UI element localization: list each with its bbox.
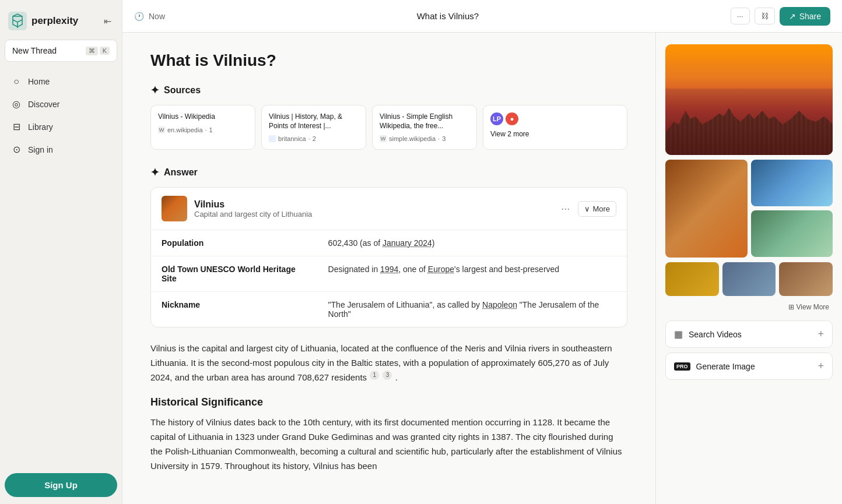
header-actions: ··· ⛓ ↗ Share: [731, 7, 830, 26]
answer-heading: ✦ Answer: [150, 166, 627, 179]
video-icon: ▦: [674, 329, 683, 340]
sidebar-item-label: Sign in: [28, 145, 53, 154]
city-image-6[interactable]: [779, 262, 833, 296]
search-videos-label: Search Videos: [689, 330, 742, 339]
expand-button[interactable]: ∨ More: [578, 201, 616, 217]
share-button[interactable]: ↗ Share: [780, 7, 830, 26]
source-avatars: LP ●: [490, 112, 518, 125]
sidebar-item-discover[interactable]: ◎ Discover: [5, 93, 117, 115]
info-label: Population: [151, 230, 318, 256]
answer-card: Vilnius Capital and largest city of Lith…: [150, 187, 627, 327]
view-more-images-label: View More: [797, 303, 829, 311]
city-image-2[interactable]: [751, 160, 833, 206]
generate-image-label: Generate Image: [696, 362, 755, 371]
right-panel: ⊞ View More ▦ Search Videos + PRO Genera…: [655, 33, 842, 504]
plus-icon: +: [818, 328, 824, 340]
app-name: perplexity: [31, 15, 78, 27]
clock-icon: 🕐: [134, 12, 144, 21]
expand-label: More: [592, 205, 610, 213]
generate-image-left: PRO Generate Image: [674, 362, 755, 371]
new-thread-button[interactable]: New Thread ⌘ K: [5, 40, 117, 62]
source-card-3[interactable]: Vilnius - Simple English Wikipedia, the …: [372, 105, 477, 150]
source-avatar-red: ●: [506, 112, 518, 125]
search-videos-left: ▦ Search Videos: [674, 329, 742, 340]
view-more-row: ⊞ View More: [665, 301, 833, 313]
source-meta: W simple.wikipedia · 3: [380, 135, 469, 142]
sources-section: ✦ Sources Vilnius - Wikipedia W en.wikip…: [150, 84, 627, 150]
sign-up-button[interactable]: Sign Up: [5, 473, 117, 497]
city-image-1[interactable]: [665, 160, 748, 258]
answer-thumbnail: [162, 196, 187, 221]
link-button[interactable]: ⛓: [755, 8, 775, 24]
city-image-5[interactable]: [722, 262, 776, 296]
reference-1: 1: [370, 371, 379, 380]
source-title: Vilnius - Simple English Wikipedia, the …: [380, 112, 469, 131]
keyboard-shortcut: ⌘ K: [86, 47, 110, 55]
header: 🕐 Now What is Vilnius? ··· ⛓ ↗ Share: [122, 0, 842, 33]
image-bg: [665, 160, 748, 258]
info-value: Designated in 1994, one of Europe's larg…: [318, 256, 627, 292]
simple-wikipedia-favicon: W: [380, 135, 387, 142]
table-row: Old Town UNESCO World Heritage Site Desi…: [151, 256, 627, 292]
answer-more-button[interactable]: ···: [557, 200, 573, 217]
home-icon: ○: [10, 76, 22, 87]
city-image-4[interactable]: [665, 262, 719, 296]
sources-icon: ✦: [150, 84, 159, 97]
image-overlay: [665, 89, 833, 155]
info-label: Old Town UNESCO World Heritage Site: [151, 256, 318, 292]
answer-name: Vilnius: [194, 199, 312, 210]
view-more-images-button[interactable]: ⊞ View More: [785, 301, 833, 313]
more-options-button[interactable]: ···: [731, 8, 750, 24]
k-key: K: [100, 47, 110, 55]
plus-icon: +: [818, 360, 824, 372]
logo: perplexity: [8, 12, 78, 30]
source-title: Vilnius | History, Map, & Points of Inte…: [269, 112, 359, 131]
main-content: 🕐 Now What is Vilnius? ··· ⛓ ↗ Share Wha…: [122, 0, 842, 504]
sidebar-item-label: Home: [28, 77, 50, 86]
source-meta: britannica · 2: [269, 135, 359, 142]
answer-info: Vilnius Capital and largest city of Lith…: [194, 199, 312, 218]
source-dot: ·: [308, 135, 310, 142]
info-value: 602,430 (as of January 2024): [318, 230, 627, 256]
city-image-3[interactable]: [751, 210, 833, 257]
info-value: "The Jerusalem of Lithuania", as called …: [318, 292, 627, 327]
body-paragraph-1: Vilnius is the capital and largest city …: [150, 341, 627, 385]
answer-section: ✦ Answer Vilnius Capital and largest cit…: [150, 166, 627, 327]
generate-image-row[interactable]: PRO Generate Image +: [665, 353, 833, 380]
signin-icon: ⊙: [10, 144, 22, 155]
answer-subtitle: Capital and largest city of Lithuania: [194, 210, 312, 218]
library-icon: ⊟: [10, 121, 22, 132]
sources-heading-text: Sources: [164, 85, 201, 96]
answer-card-header: Vilnius Capital and largest city of Lith…: [151, 188, 627, 230]
source-card-2[interactable]: Vilnius | History, Map, & Points of Inte…: [261, 105, 366, 150]
source-dot: ·: [438, 135, 440, 142]
answer-actions: ··· ∨ More: [557, 200, 616, 217]
search-videos-row[interactable]: ▦ Search Videos +: [665, 320, 833, 348]
source-avatar-lp: LP: [490, 112, 503, 125]
sidebar-item-library[interactable]: ⊟ Library: [5, 116, 117, 138]
view-more-label: View 2 more: [490, 130, 529, 138]
collapse-sidebar-button[interactable]: ⇤: [101, 13, 114, 29]
image-grid: [665, 160, 833, 258]
info-table: Population 602,430 (as of January 2024) …: [151, 230, 627, 327]
logo-area: perplexity ⇤: [5, 7, 117, 40]
image-bg: [751, 160, 833, 206]
link-icon: ⛓: [761, 12, 769, 20]
main-scroll: What is Vilnius? ✦ Sources Vilnius - Wik…: [122, 33, 655, 504]
page-title: What is Vilnius?: [150, 51, 627, 70]
view-more-sources-card[interactable]: LP ● View 2 more: [483, 105, 627, 150]
source-card-1[interactable]: Vilnius - Wikipedia W en.wikipedia · 1: [150, 105, 255, 150]
sidebar-item-signin[interactable]: ⊙ Sign in: [5, 139, 117, 160]
share-icon: ↗: [789, 12, 796, 21]
source-meta: W en.wikipedia · 1: [158, 126, 248, 133]
chevron-down-icon: ∨: [584, 205, 590, 213]
sidebar-item-home[interactable]: ○ Home: [5, 71, 117, 92]
main-city-image[interactable]: [665, 44, 833, 155]
source-count: 3: [442, 135, 445, 142]
content-area: What is Vilnius? ✦ Sources Vilnius - Wik…: [122, 33, 842, 504]
answer-heading-text: Answer: [164, 167, 198, 178]
bottom-image-grid: [665, 262, 833, 296]
cmd-key: ⌘: [86, 47, 98, 55]
source-domain: en.wikipedia: [167, 126, 203, 133]
header-timestamp: 🕐 Now: [134, 12, 165, 21]
